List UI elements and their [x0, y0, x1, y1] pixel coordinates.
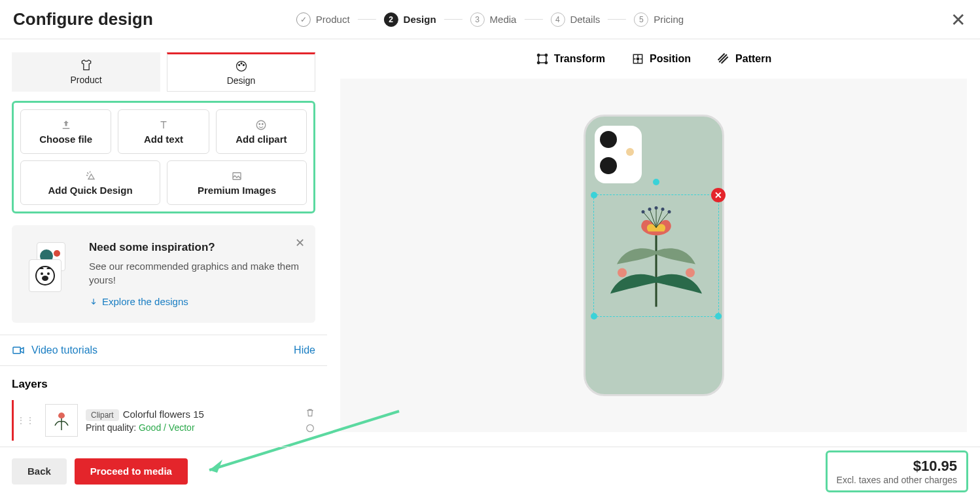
svg-point-31: [641, 210, 644, 213]
selection-box[interactable]: ✕: [594, 195, 718, 316]
rotate-handle[interactable]: [653, 179, 659, 185]
svg-point-17: [537, 54, 539, 56]
inspiration-title: Need some inspiration?: [89, 241, 302, 254]
svg-point-2: [241, 63, 242, 64]
svg-point-11: [41, 272, 43, 275]
position-icon: [631, 52, 644, 65]
delete-layer-icon[interactable]: ✕: [711, 188, 726, 202]
price-subtitle: Excl. taxes and other charges: [837, 475, 957, 485]
svg-point-5: [259, 123, 260, 124]
explore-designs-link[interactable]: Explore the designs: [89, 296, 302, 307]
hide-link[interactable]: Hide: [294, 344, 315, 356]
close-icon[interactable]: ✕: [951, 9, 966, 31]
layer-item[interactable]: ⋮⋮ ClipartColorful flowers 15 Print qual…: [12, 400, 315, 441]
text-icon: [158, 119, 169, 131]
smile-icon: [255, 119, 267, 131]
circle-icon[interactable]: [305, 423, 315, 433]
pattern-icon: [717, 52, 730, 65]
svg-point-13: [42, 276, 48, 281]
inspiration-panel: Need some inspiration? See our recommend…: [12, 225, 315, 323]
drag-handle-icon[interactable]: ⋮⋮: [14, 415, 37, 426]
svg-point-22: [637, 58, 639, 60]
svg-point-15: [307, 425, 314, 432]
svg-point-35: [667, 210, 671, 213]
phone-case-mockup: ✕: [584, 115, 724, 396]
step-media[interactable]: 3Media: [470, 12, 517, 27]
svg-point-32: [648, 208, 651, 211]
transform-icon: [536, 52, 549, 65]
video-icon: [12, 345, 25, 356]
svg-point-3: [243, 64, 244, 65]
design-canvas[interactable]: ✕: [340, 79, 967, 432]
add-text-button[interactable]: Add text: [118, 109, 209, 154]
choose-file-button[interactable]: Choose file: [20, 109, 111, 154]
premium-images-button[interactable]: Premium Images: [167, 160, 307, 205]
palette-icon: [234, 60, 249, 73]
inspiration-close-icon[interactable]: ✕: [295, 236, 305, 250]
step-product[interactable]: ✓Product: [296, 12, 350, 27]
inspiration-desc: See our recommended graphics and make th…: [89, 259, 302, 287]
pattern-tool[interactable]: Pattern: [717, 52, 771, 65]
resize-handle[interactable]: [591, 313, 597, 320]
svg-point-12: [47, 272, 50, 275]
print-quality-value: Good / Vector: [139, 422, 195, 433]
svg-rect-14: [13, 347, 20, 354]
position-tool[interactable]: Position: [631, 52, 691, 65]
svg-point-4: [257, 120, 266, 130]
svg-point-18: [545, 54, 547, 56]
page-title: Configure design: [13, 9, 153, 29]
proceed-button[interactable]: Proceed to media: [75, 458, 188, 485]
svg-point-24: [618, 268, 627, 277]
step-pricing[interactable]: 5Pricing: [634, 12, 684, 27]
resize-handle[interactable]: [715, 313, 722, 320]
layer-thumbnail: [45, 404, 78, 437]
svg-rect-16: [538, 55, 546, 63]
add-options-highlight: Choose file Add text Add clipart Add Qui…: [12, 101, 315, 213]
stepper: ✓Product 2Design 3Media 4Details 5Pricin…: [296, 12, 684, 27]
tab-design[interactable]: Design: [167, 52, 315, 92]
add-quick-design-button[interactable]: Add Quick Design: [20, 160, 160, 205]
inspiration-thumbs: [25, 241, 77, 293]
video-tutorials-link[interactable]: Video tutorials: [12, 344, 97, 356]
transform-tool[interactable]: Transform: [536, 52, 605, 65]
image-icon: [231, 170, 243, 182]
svg-point-33: [654, 206, 657, 210]
trash-icon[interactable]: [305, 407, 315, 418]
back-button[interactable]: Back: [12, 458, 67, 485]
step-details[interactable]: 4Details: [550, 12, 600, 27]
resize-handle[interactable]: [591, 192, 597, 198]
svg-point-1: [238, 64, 239, 65]
step-design[interactable]: 2Design: [384, 12, 436, 27]
price-box-highlight: $10.95 Excl. taxes and other charges: [826, 450, 968, 492]
svg-point-9: [54, 250, 60, 257]
clipart-badge: Clipart: [86, 409, 119, 421]
upload-icon: [60, 119, 72, 131]
svg-point-20: [545, 62, 547, 64]
shirt-icon: [79, 59, 94, 72]
tab-product[interactable]: Product: [12, 52, 160, 92]
layers-heading: Layers: [12, 378, 315, 391]
price-amount: $10.95: [837, 458, 957, 475]
svg-point-6: [262, 123, 264, 124]
magic-icon: [84, 170, 96, 182]
svg-point-34: [661, 208, 664, 211]
svg-point-25: [686, 268, 695, 277]
add-clipart-button[interactable]: Add clipart: [216, 109, 307, 154]
arrow-down-icon: [89, 297, 98, 306]
flower-clipart[interactable]: [601, 198, 712, 313]
layer-name: Colorful flowers 15: [123, 409, 204, 420]
svg-point-19: [537, 62, 539, 64]
